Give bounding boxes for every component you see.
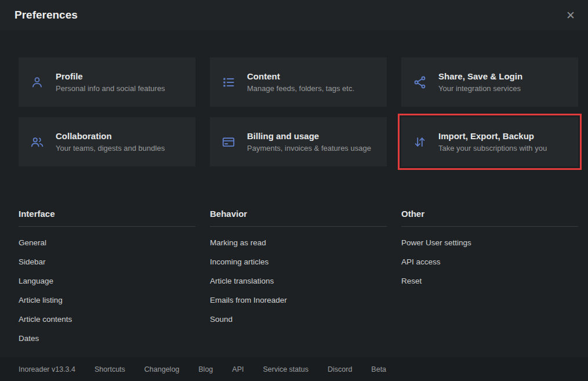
share-icon (401, 75, 438, 90)
footer-bar: Inoreader v13.3.4 Shortcuts Changelog Bl… (0, 357, 588, 381)
card-title: Collaboration (56, 131, 165, 141)
footer-link-beta[interactable]: Beta (371, 365, 386, 373)
card-import-export-backup[interactable]: Import, Export, Backup Take your subscri… (401, 117, 578, 166)
billing-card-icon (210, 135, 247, 150)
footer-version: Inoreader v13.3.4 (19, 365, 75, 373)
section-interface: Interface General Sidebar Language Artic… (19, 209, 195, 348)
section-behavior: Behavior Marking as read Incoming articl… (210, 209, 387, 329)
card-title: Share, Save & Login (438, 71, 522, 81)
link-dates[interactable]: Dates (19, 329, 195, 348)
card-title: Profile (56, 71, 165, 81)
card-collaboration[interactable]: Collaboration Your teams, digests and bu… (19, 117, 195, 166)
card-billing-usage[interactable]: Billing and usage Payments, invoices & f… (210, 117, 387, 166)
footer-link-changelog[interactable]: Changelog (144, 365, 179, 373)
link-article-listing[interactable]: Article listing (19, 291, 195, 310)
card-title: Billing and usage (247, 131, 371, 141)
section-other: Other Power User settings API access Res… (401, 209, 578, 291)
preferences-header: Preferences ✕ (0, 0, 588, 30)
card-content[interactable]: Content Manage feeds, folders, tags etc. (210, 57, 387, 107)
card-title: Import, Export, Backup (438, 131, 547, 141)
close-icon[interactable]: ✕ (564, 8, 578, 23)
link-reset[interactable]: Reset (401, 271, 578, 291)
link-api-access[interactable]: API access (401, 252, 578, 271)
section-title: Other (401, 209, 578, 227)
link-sound[interactable]: Sound (210, 310, 387, 329)
card-title: Content (247, 71, 354, 81)
footer-link-blog[interactable]: Blog (198, 365, 213, 373)
card-subtitle: Personal info and social features (56, 84, 165, 93)
footer-link-shortcuts[interactable]: Shortcuts (95, 365, 125, 373)
profile-icon (19, 75, 56, 90)
preferences-sections: Interface General Sidebar Language Artic… (19, 209, 588, 348)
section-title: Behavior (210, 209, 387, 227)
section-title: Interface (19, 209, 195, 227)
footer-link-service-status[interactable]: Service status (263, 365, 308, 373)
link-marking-as-read[interactable]: Marking as read (210, 233, 387, 252)
card-share-save-login[interactable]: Share, Save & Login Your integration ser… (401, 57, 578, 107)
card-subtitle: Take your subscriptions with you (438, 144, 547, 153)
link-power-user-settings[interactable]: Power User settings (401, 233, 578, 252)
link-sidebar[interactable]: Sidebar (19, 252, 195, 271)
link-emails-from-inoreader[interactable]: Emails from Inoreader (210, 291, 387, 310)
link-article-contents[interactable]: Article contents (19, 310, 195, 329)
card-profile[interactable]: Profile Personal info and social feature… (19, 57, 195, 107)
link-language[interactable]: Language (19, 271, 195, 291)
card-subtitle: Your integration services (438, 84, 522, 93)
footer-link-discord[interactable]: Discord (328, 365, 352, 373)
preferences-card-grid: Profile Personal info and social feature… (19, 57, 588, 166)
card-subtitle: Manage feeds, folders, tags etc. (247, 84, 354, 93)
card-subtitle: Payments, invoices & features usage (247, 144, 371, 153)
card-subtitle: Your teams, digests and bundles (56, 144, 165, 153)
content-list-icon (210, 75, 247, 90)
collaboration-icon (19, 135, 56, 150)
link-article-translations[interactable]: Article translations (210, 271, 387, 291)
import-export-icon (401, 135, 438, 150)
link-general[interactable]: General (19, 233, 195, 252)
footer-link-api[interactable]: API (232, 365, 244, 373)
link-incoming-articles[interactable]: Incoming articles (210, 252, 387, 271)
page-title: Preferences (14, 9, 564, 21)
